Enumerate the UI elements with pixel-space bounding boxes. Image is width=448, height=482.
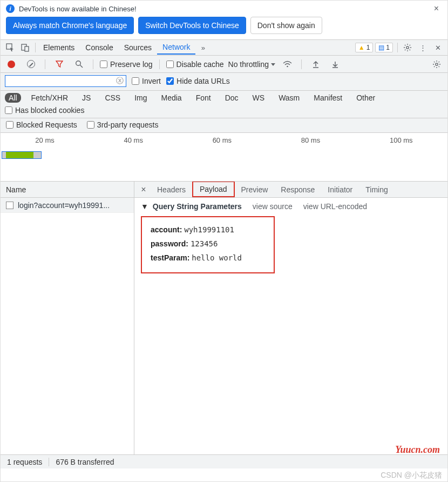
param-row: testParam: hello world — [151, 251, 265, 265]
tab-elements[interactable]: Elements — [38, 41, 80, 54]
match-language-button[interactable]: Always match Chrome's language — [6, 17, 134, 34]
timeline-request-bar — [2, 151, 42, 159]
type-css[interactable]: CSS — [101, 93, 124, 103]
close-devtools-icon[interactable]: ✕ — [430, 41, 445, 55]
infobar-close-icon[interactable]: × — [431, 4, 442, 14]
preserve-log-checkbox[interactable]: Preserve log — [100, 60, 153, 69]
hide-data-urls-checkbox[interactable]: Hide data URLs — [166, 77, 230, 85]
svg-line-5 — [80, 65, 83, 68]
infobar-text: DevTools is now available in Chinese! — [19, 5, 137, 13]
clear-icon[interactable] — [23, 57, 38, 71]
type-ws[interactable]: WS — [249, 93, 269, 103]
settings-gear-icon[interactable] — [400, 41, 415, 55]
device-toggle-icon[interactable] — [18, 41, 33, 55]
tab-initiator[interactable]: Initiator — [321, 183, 359, 197]
third-party-checkbox[interactable]: 3rd-party requests — [87, 120, 159, 129]
filter-funnel-icon[interactable] — [52, 57, 67, 71]
tab-sources[interactable]: Sources — [119, 41, 157, 54]
request-name: login?account=wyh19991... — [18, 201, 110, 210]
svg-point-6 — [287, 65, 288, 67]
view-source-link[interactable]: view source — [253, 202, 293, 211]
type-fetchxhr[interactable]: Fetch/XHR — [28, 93, 72, 103]
tab-headers[interactable]: Headers — [151, 183, 192, 197]
type-doc[interactable]: Doc — [221, 93, 242, 103]
divider — [301, 59, 302, 69]
filter-input[interactable]: ⓧ — [5, 75, 126, 87]
tick: 40 ms — [124, 136, 143, 144]
blocked-requests-checkbox[interactable]: Blocked Requests — [6, 120, 77, 129]
tick: 20 ms — [35, 136, 54, 144]
download-icon[interactable] — [328, 57, 343, 71]
svg-point-3 — [406, 46, 409, 49]
clear-filter-icon[interactable]: ⓧ — [116, 76, 124, 86]
divider — [35, 43, 36, 52]
throttling-dropdown[interactable]: No throttling — [228, 60, 275, 69]
divider — [93, 59, 93, 69]
messages-badge[interactable]: ▤1 — [375, 43, 393, 52]
invert-checkbox[interactable]: Invert — [132, 77, 161, 85]
blocked-cookies-checkbox[interactable]: Has blocked cookies — [5, 106, 84, 115]
wifi-icon[interactable] — [280, 57, 295, 71]
param-row: password: 123456 — [151, 237, 265, 251]
type-other[interactable]: Other — [352, 93, 379, 103]
view-url-encoded-link[interactable]: view URL-encoded — [303, 202, 367, 211]
name-column-header[interactable]: Name — [1, 182, 134, 198]
tab-network[interactable]: Network — [157, 41, 195, 55]
close-details-icon[interactable]: × — [137, 185, 151, 195]
tab-console[interactable]: Console — [80, 41, 118, 54]
type-media[interactable]: Media — [158, 93, 186, 103]
tab-preview[interactable]: Preview — [235, 183, 275, 197]
tab-response[interactable]: Response — [274, 183, 321, 197]
type-wasm[interactable]: Wasm — [275, 93, 303, 103]
svg-point-4 — [76, 61, 80, 66]
status-transferred: 676 B transferred — [56, 458, 114, 466]
tick: 80 ms — [301, 136, 320, 144]
record-button[interactable] — [4, 57, 19, 71]
tab-payload[interactable]: Payload — [192, 181, 235, 197]
section-title: Query String Parameters — [153, 202, 242, 211]
more-tabs-icon[interactable]: » — [195, 41, 211, 55]
upload-icon[interactable] — [308, 57, 323, 71]
warnings-badge[interactable]: ▲1 — [355, 43, 374, 52]
request-row[interactable]: login?account=wyh19991... — [1, 198, 134, 213]
watermark: CSDN @小花皮猪 — [381, 471, 442, 480]
status-requests: 1 requests — [7, 458, 42, 466]
divider — [159, 59, 160, 69]
kebab-menu-icon[interactable]: ⋮ — [415, 41, 430, 55]
type-img[interactable]: Img — [131, 93, 151, 103]
divider — [49, 458, 49, 466]
tab-timing[interactable]: Timing — [359, 183, 395, 197]
switch-chinese-button[interactable]: Switch DevTools to Chinese — [138, 17, 246, 34]
timeline-overview[interactable]: 20 ms 40 ms 60 ms 80 ms 100 ms — [1, 133, 447, 182]
tick: 100 ms — [390, 136, 413, 144]
svg-rect-2 — [25, 46, 29, 51]
type-manifest[interactable]: Manifest — [310, 93, 346, 103]
svg-point-7 — [436, 63, 438, 65]
network-settings-gear-icon[interactable] — [429, 57, 444, 71]
document-icon — [6, 202, 13, 209]
section-toggle-icon[interactable]: ▼ — [141, 202, 148, 211]
inspect-icon[interactable] — [3, 41, 18, 55]
divider — [397, 43, 398, 52]
query-params-box: account: wyh19991101 password: 123456 te… — [141, 216, 275, 273]
param-row: account: wyh19991101 — [151, 223, 265, 237]
type-js[interactable]: JS — [78, 93, 94, 103]
type-font[interactable]: Font — [192, 93, 215, 103]
search-icon[interactable] — [71, 57, 86, 71]
type-all[interactable]: All — [5, 93, 21, 103]
tick: 60 ms — [213, 136, 232, 144]
watermark: Yuucn.com — [395, 444, 440, 456]
divider — [45, 59, 45, 69]
disable-cache-checkbox[interactable]: Disable cache — [166, 60, 224, 69]
info-icon: i — [6, 4, 15, 13]
dismiss-button[interactable]: Don't show again — [250, 17, 322, 34]
